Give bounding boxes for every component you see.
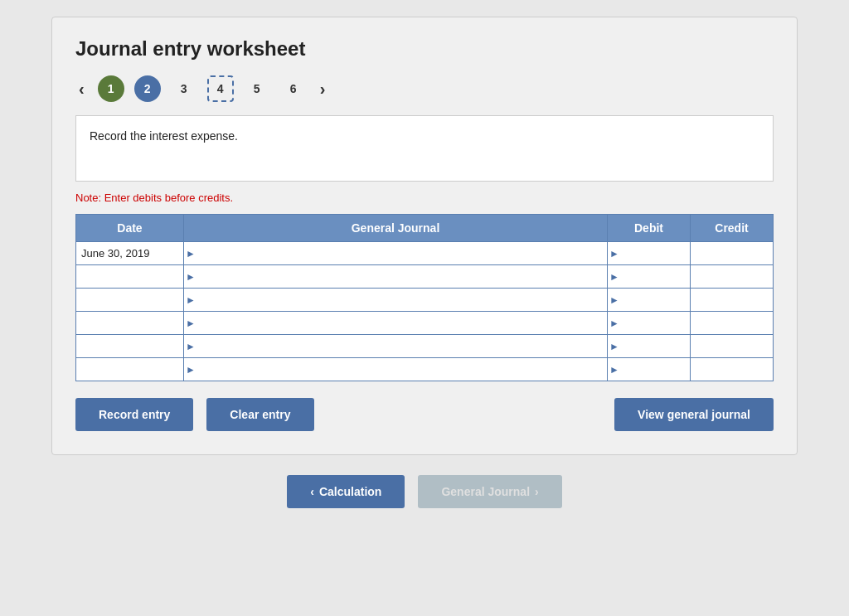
page-3-button[interactable]: 3 — [171, 75, 197, 102]
date-cell-1: June 30, 2019 — [76, 242, 184, 265]
journal-cell-2[interactable]: ► — [184, 265, 608, 289]
arrow-icon: ► — [609, 364, 619, 376]
table-row: ► ► — [76, 358, 774, 381]
prev-page-button[interactable]: ‹ — [75, 80, 88, 99]
arrow-icon: ► — [186, 271, 196, 283]
date-cell-3 — [76, 289, 184, 312]
table-row: ► ► — [76, 265, 774, 289]
debit-cell-4[interactable]: ► — [608, 312, 691, 335]
col-header-credit: Credit — [691, 215, 774, 242]
journal-table: Date General Journal Debit Credit June 3… — [75, 214, 774, 381]
date-cell-5 — [76, 335, 184, 358]
arrow-icon: ► — [609, 341, 619, 352]
table-row: ► ► — [76, 335, 774, 358]
arrow-icon: ► — [609, 248, 619, 259]
worksheet-card: Journal entry worksheet ‹ 1 2 3 4 5 6 › … — [51, 17, 798, 455]
instruction-text: Record the interest expense. — [90, 129, 238, 143]
journal-cell-4[interactable]: ► — [184, 312, 608, 335]
table-row: ► ► — [76, 312, 774, 335]
bottom-navigation: ‹ Calculation General Journal › — [287, 475, 561, 508]
arrow-icon: ► — [186, 364, 196, 376]
debit-cell-3[interactable]: ► — [608, 289, 691, 312]
arrow-icon: ► — [609, 271, 619, 283]
arrow-icon: ► — [186, 318, 196, 329]
next-page-button[interactable]: › — [317, 80, 329, 99]
journal-cell-6[interactable]: ► — [184, 358, 608, 381]
journal-cell-1[interactable]: ► — [184, 242, 608, 265]
arrow-icon: ► — [609, 294, 619, 306]
next-nav-button: General Journal › — [418, 475, 561, 508]
note-text: Note: Enter debits before credits. — [75, 192, 774, 204]
next-nav-arrow: › — [535, 485, 539, 498]
page-6-button[interactable]: 6 — [280, 75, 307, 102]
pagination: ‹ 1 2 3 4 5 6 › — [75, 75, 774, 102]
credit-cell-4[interactable] — [691, 312, 774, 335]
credit-cell-6[interactable] — [691, 358, 774, 381]
arrow-icon: ► — [186, 248, 196, 259]
journal-cell-5[interactable]: ► — [184, 335, 608, 358]
date-cell-6 — [76, 358, 184, 381]
next-nav-label: General Journal — [441, 485, 530, 498]
prev-nav-arrow: ‹ — [310, 485, 314, 498]
credit-cell-3[interactable] — [691, 289, 774, 312]
debit-cell-5[interactable]: ► — [608, 335, 691, 358]
page-5-button[interactable]: 5 — [244, 75, 270, 102]
clear-entry-button[interactable]: Clear entry — [206, 398, 313, 431]
col-header-debit: Debit — [608, 215, 691, 242]
page-title: Journal entry worksheet — [75, 37, 774, 61]
prev-nav-label: Calculation — [319, 485, 381, 498]
view-general-journal-button[interactable]: View general journal — [614, 398, 774, 431]
credit-cell-2[interactable] — [691, 265, 774, 289]
action-buttons: Record entry Clear entry View general jo… — [75, 398, 774, 431]
table-row: ► ► — [76, 289, 774, 312]
instruction-box: Record the interest expense. — [75, 115, 774, 182]
date-cell-4 — [76, 312, 184, 335]
page-4-button[interactable]: 4 — [207, 75, 234, 102]
table-row: June 30, 2019 ► ► — [76, 242, 774, 265]
debit-cell-1[interactable]: ► — [608, 242, 691, 265]
col-header-date: Date — [76, 215, 184, 242]
credit-cell-1[interactable] — [691, 242, 774, 265]
prev-nav-button[interactable]: ‹ Calculation — [287, 475, 405, 508]
debit-cell-6[interactable]: ► — [608, 358, 691, 381]
arrow-icon: ► — [186, 341, 196, 352]
journal-cell-3[interactable]: ► — [184, 289, 608, 312]
debit-cell-2[interactable]: ► — [608, 265, 691, 289]
date-cell-2 — [76, 265, 184, 289]
arrow-icon: ► — [609, 318, 619, 329]
record-entry-button[interactable]: Record entry — [75, 398, 193, 431]
col-header-journal: General Journal — [184, 215, 608, 242]
credit-cell-5[interactable] — [691, 335, 774, 358]
arrow-icon: ► — [186, 294, 196, 306]
page-2-button[interactable]: 2 — [134, 75, 161, 102]
page-1-button[interactable]: 1 — [98, 75, 124, 102]
